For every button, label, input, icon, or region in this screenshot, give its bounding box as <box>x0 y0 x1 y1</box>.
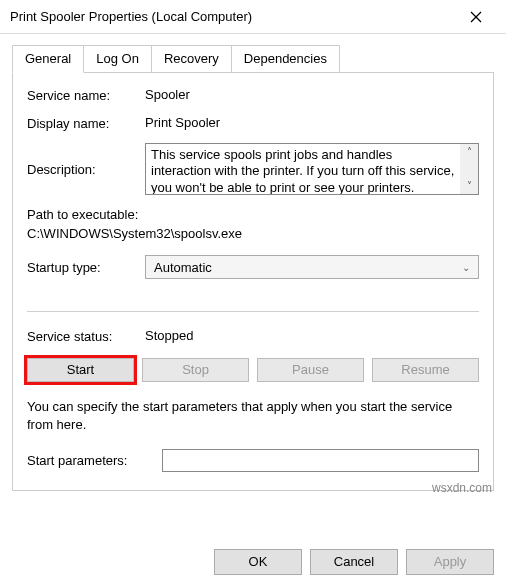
scroll-down-icon[interactable]: ˅ <box>467 178 472 194</box>
service-status-value: Stopped <box>145 328 193 344</box>
tab-recovery[interactable]: Recovery <box>151 45 232 72</box>
start-params-label: Start parameters: <box>27 453 162 468</box>
close-button[interactable] <box>456 0 496 34</box>
description-text[interactable]: This service spools print jobs and handl… <box>146 144 460 194</box>
resume-button: Resume <box>372 358 479 382</box>
dialog-footer: OK Cancel Apply <box>214 549 494 575</box>
path-value: C:\WINDOWS\System32\spoolsv.exe <box>27 226 479 241</box>
general-panel: Service name: Spooler Display name: Prin… <box>12 72 494 491</box>
titlebar: Print Spooler Properties (Local Computer… <box>0 0 506 34</box>
start-params-input[interactable] <box>162 449 479 472</box>
description-label: Description: <box>27 161 145 177</box>
path-label: Path to executable: <box>27 207 479 222</box>
apply-button: Apply <box>406 549 494 575</box>
tab-logon[interactable]: Log On <box>83 45 152 72</box>
display-name-value: Print Spooler <box>145 115 479 130</box>
startup-type-label: Startup type: <box>27 259 145 275</box>
description-scrollbar[interactable]: ˄ ˅ <box>460 144 478 194</box>
ok-button[interactable]: OK <box>214 549 302 575</box>
start-button[interactable]: Start <box>27 358 134 382</box>
service-status-label: Service status: <box>27 328 145 344</box>
tab-dependencies[interactable]: Dependencies <box>231 45 340 72</box>
tab-general[interactable]: General <box>12 45 84 73</box>
close-icon <box>470 11 482 23</box>
window-title: Print Spooler Properties (Local Computer… <box>10 9 456 24</box>
tab-strip: General Log On Recovery Dependencies <box>0 34 506 72</box>
service-name-value: Spooler <box>145 87 479 102</box>
startup-type-select[interactable]: Automatic ⌄ <box>145 255 479 279</box>
pause-button: Pause <box>257 358 364 382</box>
cancel-button[interactable]: Cancel <box>310 549 398 575</box>
display-name-label: Display name: <box>27 115 145 131</box>
description-box: This service spools print jobs and handl… <box>145 143 479 195</box>
startup-type-value: Automatic <box>154 260 212 275</box>
scroll-up-icon[interactable]: ˄ <box>467 144 472 160</box>
chevron-down-icon: ⌄ <box>462 262 470 273</box>
stop-button: Stop <box>142 358 249 382</box>
start-params-hint: You can specify the start parameters tha… <box>27 398 479 433</box>
watermark: wsxdn.com <box>432 481 492 495</box>
divider <box>27 311 479 312</box>
service-name-label: Service name: <box>27 87 145 103</box>
